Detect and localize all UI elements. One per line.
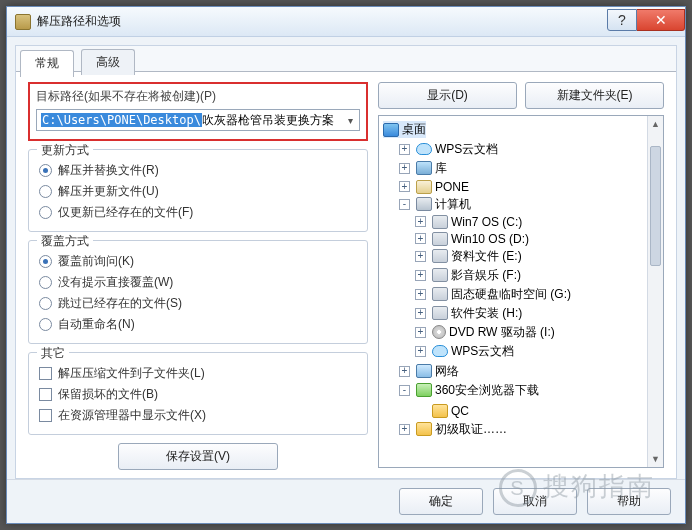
- expand-icon[interactable]: +: [399, 144, 410, 155]
- net-icon: [416, 364, 432, 378]
- tree-item[interactable]: +网络: [399, 363, 459, 380]
- radio-option[interactable]: 没有提示直接覆盖(W): [39, 274, 357, 291]
- tree-item-label: Win7 OS (C:): [451, 215, 522, 229]
- tree-item[interactable]: +Win7 OS (C:): [415, 215, 522, 229]
- group-title-other: 其它: [37, 345, 69, 362]
- option-label: 仅更新已经存在的文件(F): [58, 204, 193, 221]
- tree-item[interactable]: +资料文件 (E:): [415, 248, 522, 265]
- path-folder-name: 吹灰器枪管吊装更换方案: [202, 112, 334, 129]
- hdd-icon: [432, 215, 448, 229]
- radio-option[interactable]: 自动重命名(N): [39, 316, 357, 333]
- tree-root[interactable]: 桌面: [383, 121, 426, 138]
- left-column: 目标路径(如果不存在将被创建)(P) C:\Users\PONE\Desktop…: [28, 82, 368, 468]
- group-title-overwrite: 覆盖方式: [37, 233, 93, 250]
- scroll-up-arrow[interactable]: ▲: [648, 116, 663, 132]
- titlebar[interactable]: 解压路径和选项 ? ✕: [7, 7, 685, 37]
- check-option[interactable]: 在资源管理器中显示文件(X): [39, 407, 357, 424]
- radio-icon: [39, 206, 52, 219]
- cancel-button[interactable]: 取消: [493, 488, 577, 515]
- check-option[interactable]: 保留损坏的文件(B): [39, 386, 357, 403]
- expand-icon[interactable]: +: [399, 424, 410, 435]
- folder-tree[interactable]: 桌面+WPS云文档+库+PONE-计算机+Win7 OS (C:)+Win10 …: [378, 115, 664, 468]
- path-label: 目标路径(如果不存在将被创建)(P): [36, 88, 360, 105]
- radio-option[interactable]: 解压并替换文件(R): [39, 162, 357, 179]
- tree-item[interactable]: +固态硬盘临时空间 (G:): [415, 286, 571, 303]
- collapse-icon[interactable]: -: [399, 199, 410, 210]
- option-label: 在资源管理器中显示文件(X): [58, 407, 206, 424]
- app-icon: [15, 14, 31, 30]
- scroll-thumb[interactable]: [650, 146, 661, 266]
- tree-item-label: QC: [451, 404, 469, 418]
- folder-icon: [416, 422, 432, 436]
- expand-icon[interactable]: +: [415, 289, 426, 300]
- tree-item[interactable]: QC: [415, 404, 469, 418]
- expand-icon[interactable]: +: [399, 181, 410, 192]
- hdd-icon: [432, 249, 448, 263]
- expand-icon[interactable]: +: [399, 366, 410, 377]
- tree-item[interactable]: +DVD RW 驱动器 (I:): [415, 324, 555, 341]
- expand-icon[interactable]: +: [415, 216, 426, 227]
- lib-icon: [416, 161, 432, 175]
- expand-icon[interactable]: +: [399, 163, 410, 174]
- help-button[interactable]: 帮助: [587, 488, 671, 515]
- tree-item[interactable]: +库: [399, 160, 447, 177]
- right-column: 显示(D) 新建文件夹(E) 桌面+WPS云文档+库+PONE-计算机+Win7…: [378, 82, 664, 468]
- scroll-down-arrow[interactable]: ▼: [648, 451, 663, 467]
- option-label: 解压并替换文件(R): [58, 162, 159, 179]
- hdd-icon: [432, 306, 448, 320]
- radio-option[interactable]: 跳过已经存在的文件(S): [39, 295, 357, 312]
- highlight-box: 目标路径(如果不存在将被创建)(P) C:\Users\PONE\Desktop…: [28, 82, 368, 141]
- desktop-icon: [383, 123, 399, 137]
- option-label: 自动重命名(N): [58, 316, 135, 333]
- tree-item-label: 桌面: [402, 121, 426, 138]
- tree-item[interactable]: -360安全浏览器下载: [399, 382, 539, 399]
- tree-item[interactable]: +WPS云文档: [415, 343, 514, 360]
- collapse-icon[interactable]: -: [399, 385, 410, 396]
- tree-item-label: 网络: [435, 363, 459, 380]
- dialog-footer: 确定 取消 帮助: [7, 479, 685, 523]
- option-label: 覆盖前询问(K): [58, 253, 134, 270]
- option-label: 解压并更新文件(U): [58, 183, 159, 200]
- check-icon: [39, 409, 52, 422]
- tree-item[interactable]: +WPS云文档: [399, 141, 498, 158]
- ok-button[interactable]: 确定: [399, 488, 483, 515]
- dialog-window: 解压路径和选项 ? ✕ 常规 高级 目标路径(如果不存在将被创建)(P) C:\…: [6, 6, 686, 524]
- user-icon: [416, 180, 432, 194]
- save-settings-button[interactable]: 保存设置(V): [118, 443, 278, 470]
- tree-item-label: 影音娱乐 (F:): [451, 267, 521, 284]
- tree-scrollbar[interactable]: ▲ ▼: [647, 116, 663, 467]
- radio-option[interactable]: 解压并更新文件(U): [39, 183, 357, 200]
- destination-path-input[interactable]: C:\Users\PONE\Desktop\吹灰器枪管吊装更换方案: [36, 109, 360, 131]
- tree-item[interactable]: +初级取证……: [399, 421, 507, 438]
- cloud-icon: [432, 345, 448, 357]
- help-window-button[interactable]: ?: [607, 9, 637, 31]
- new-folder-button[interactable]: 新建文件夹(E): [525, 82, 664, 109]
- tree-item-label: Win10 OS (D:): [451, 232, 529, 246]
- tree-item-label: 初级取证……: [435, 421, 507, 438]
- tree-item-label: DVD RW 驱动器 (I:): [449, 324, 555, 341]
- group-other: 其它 解压压缩文件到子文件夹(L)保留损坏的文件(B)在资源管理器中显示文件(X…: [28, 352, 368, 435]
- tree-item[interactable]: -计算机: [399, 196, 471, 213]
- option-label: 解压压缩文件到子文件夹(L): [58, 365, 205, 382]
- expand-icon[interactable]: +: [415, 346, 426, 357]
- tree-item[interactable]: +Win10 OS (D:): [415, 232, 529, 246]
- hdd-icon: [432, 268, 448, 282]
- expand-icon[interactable]: +: [415, 233, 426, 244]
- tree-item[interactable]: +软件安装 (H:): [415, 305, 522, 322]
- expand-icon[interactable]: +: [415, 251, 426, 262]
- expand-icon[interactable]: +: [415, 327, 426, 338]
- expand-icon[interactable]: +: [415, 270, 426, 281]
- close-window-button[interactable]: ✕: [637, 9, 685, 31]
- expand-icon[interactable]: +: [415, 308, 426, 319]
- group-overwrite-mode: 覆盖方式 覆盖前询问(K)没有提示直接覆盖(W)跳过已经存在的文件(S)自动重命…: [28, 240, 368, 344]
- tree-item[interactable]: +影音娱乐 (F:): [415, 267, 521, 284]
- path-dropdown-button[interactable]: ▾: [342, 112, 358, 128]
- hdd-icon: [432, 287, 448, 301]
- radio-option[interactable]: 覆盖前询问(K): [39, 253, 357, 270]
- folder-icon: [432, 404, 448, 418]
- show-button[interactable]: 显示(D): [378, 82, 517, 109]
- check-option[interactable]: 解压压缩文件到子文件夹(L): [39, 365, 357, 382]
- radio-option[interactable]: 仅更新已经存在的文件(F): [39, 204, 357, 221]
- tree-item[interactable]: +PONE: [399, 180, 469, 194]
- radio-icon: [39, 276, 52, 289]
